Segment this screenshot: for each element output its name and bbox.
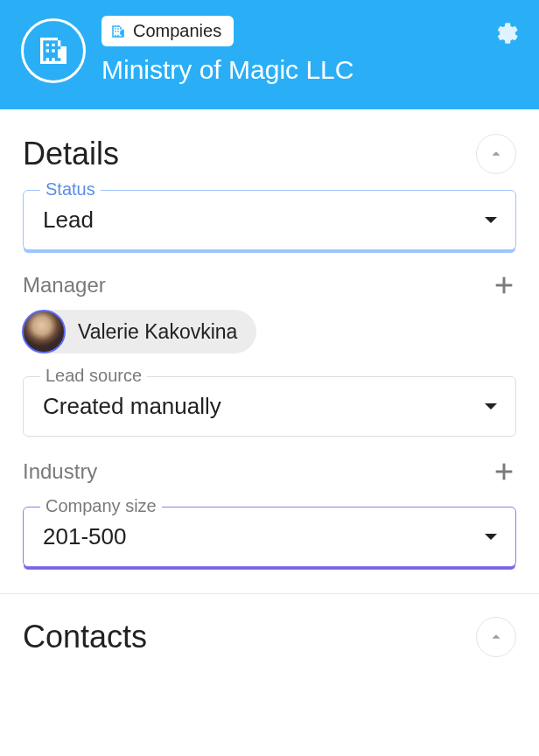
- building-small-icon: [110, 24, 126, 39]
- collapse-contacts-button[interactable]: [476, 617, 516, 657]
- chevron-up-icon: [486, 144, 506, 164]
- status-value: Lead: [43, 206, 94, 234]
- manager-name: Valerie Kakovkina: [78, 320, 237, 344]
- lead-source-value: Created manually: [43, 393, 221, 420]
- lead-source-label: Lead source: [40, 366, 147, 386]
- company-size-label: Company size: [40, 496, 162, 516]
- company-name: Ministry of Magic LLC: [102, 55, 354, 85]
- status-label: Status: [40, 179, 101, 200]
- manager-chip[interactable]: Valerie Kakovkina: [23, 310, 256, 354]
- avatar: [22, 310, 66, 354]
- caret-down-icon: [484, 399, 498, 415]
- caret-down-icon: [484, 529, 498, 545]
- settings-button[interactable]: [494, 21, 518, 46]
- details-title: Details: [23, 136, 119, 172]
- add-manager-button[interactable]: [492, 273, 516, 298]
- plus-icon: [492, 273, 516, 298]
- collapse-details-button[interactable]: [476, 134, 516, 174]
- company-size-value: 201-500: [43, 523, 126, 550]
- company-header: Companies Ministry of Magic LLC: [0, 0, 539, 109]
- manager-field-header: Manager: [23, 273, 516, 298]
- contacts-section: Contacts: [0, 593, 539, 657]
- status-field: Status Lead: [23, 190, 516, 250]
- chevron-up-icon: [486, 627, 506, 647]
- company-size-field: Company size 201-500: [23, 507, 516, 567]
- add-industry-button[interactable]: [492, 459, 516, 484]
- industry-label: Industry: [23, 459, 97, 484]
- caret-down-icon: [484, 213, 498, 228]
- details-section-header: Details: [23, 109, 516, 190]
- breadcrumb-label: Companies: [133, 21, 221, 41]
- gear-icon: [494, 21, 518, 46]
- manager-chip-row: Valerie Kakovkina: [23, 310, 516, 354]
- contacts-title: Contacts: [23, 619, 147, 655]
- manager-label: Manager: [23, 273, 106, 298]
- plus-icon: [492, 459, 516, 484]
- breadcrumb-companies[interactable]: Companies: [102, 16, 234, 46]
- building-icon: [36, 33, 71, 68]
- lead-source-field: Lead source Created manually: [23, 376, 516, 437]
- industry-field-header: Industry: [23, 459, 516, 484]
- company-icon-circle: [21, 18, 86, 83]
